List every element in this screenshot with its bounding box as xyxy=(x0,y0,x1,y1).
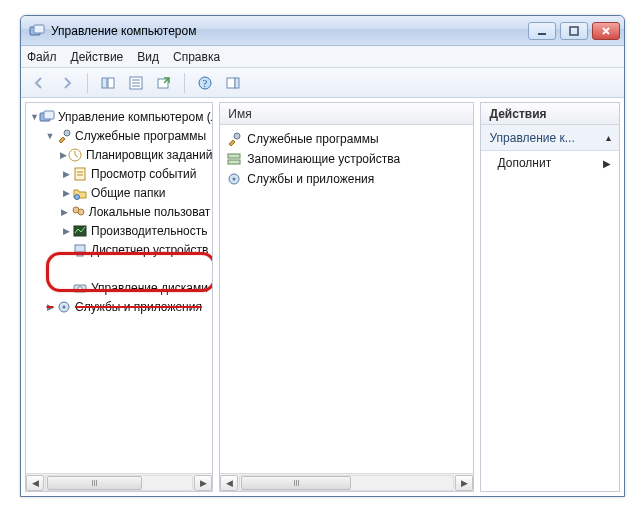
chevron-right-icon[interactable]: ▶ xyxy=(44,302,56,312)
services-icon xyxy=(226,171,242,187)
toolbar-actions-pane-button[interactable] xyxy=(221,71,245,95)
tree-label: Службы и приложения xyxy=(75,300,202,314)
actions-context-label: Управление к... xyxy=(489,131,574,145)
list-item-label: Службы и приложения xyxy=(247,172,374,186)
svg-point-36 xyxy=(233,178,236,181)
tree-root[interactable]: ▼ Управление компьютером (л xyxy=(28,107,212,126)
menu-bar: Файл Действие Вид Справка xyxy=(21,46,624,68)
tree-label: Локальные пользоват xyxy=(89,205,211,219)
svg-point-29 xyxy=(78,286,82,290)
scroll-left-button[interactable]: ◀ xyxy=(26,475,44,491)
list-column-header[interactable]: Имя xyxy=(220,103,473,125)
scroll-thumb[interactable] xyxy=(47,476,142,490)
list-item-label: Запоминающие устройства xyxy=(247,152,400,166)
chevron-right-icon[interactable]: ▶ xyxy=(60,188,72,198)
tree-task-scheduler[interactable]: ▶ Планировщик заданий xyxy=(28,145,212,164)
menu-file[interactable]: Файл xyxy=(27,50,57,64)
column-name-header[interactable]: Имя xyxy=(228,107,251,121)
titlebar: Управление компьютером xyxy=(21,16,624,46)
close-button[interactable] xyxy=(592,22,620,40)
tools-icon xyxy=(226,131,242,147)
tree-label: Производительность xyxy=(91,224,207,238)
collapse-icon[interactable]: ▴ xyxy=(606,132,611,143)
tree-local-users[interactable]: ▶ Локальные пользоват xyxy=(28,202,212,221)
list-item[interactable]: Службы и приложения xyxy=(226,169,467,189)
actions-header: Действия xyxy=(481,103,619,125)
tree-device-manager[interactable]: ▶ Диспетчер устройств xyxy=(28,240,212,259)
shared-folder-icon xyxy=(72,185,88,201)
svg-rect-27 xyxy=(77,253,83,256)
svg-point-32 xyxy=(234,133,240,139)
svg-point-22 xyxy=(75,194,80,199)
tree-services-apps[interactable]: ▶ Службы и приложения xyxy=(28,297,212,316)
toolbar-separator xyxy=(184,73,185,93)
toolbar-export-button[interactable] xyxy=(152,71,176,95)
tree-label: Просмотр событий xyxy=(91,167,196,181)
disk-icon xyxy=(72,280,88,296)
tree-label: Общие папки xyxy=(91,186,165,200)
chevron-down-icon[interactable]: ▼ xyxy=(30,112,39,122)
list-item-label: Служебные программы xyxy=(247,132,378,146)
scroll-track[interactable] xyxy=(239,475,454,491)
menu-help[interactable]: Справка xyxy=(173,50,220,64)
clock-icon xyxy=(67,147,83,163)
actions-context-title[interactable]: Управление к... ▴ xyxy=(481,125,619,151)
scroll-right-button[interactable]: ▶ xyxy=(194,475,212,491)
tree-event-viewer[interactable]: ▶ Просмотр событий xyxy=(28,164,212,183)
svg-rect-34 xyxy=(228,160,240,164)
list-item[interactable]: Запоминающие устройства xyxy=(226,149,467,169)
scroll-thumb[interactable] xyxy=(241,476,351,490)
tree-label: Управление компьютером (л xyxy=(58,110,212,124)
svg-point-17 xyxy=(64,130,70,136)
actions-more-label: Дополнит xyxy=(497,156,551,170)
svg-rect-3 xyxy=(570,27,578,35)
menu-view[interactable]: Вид xyxy=(137,50,159,64)
tree-shared-folders[interactable]: ▶ Общие папки xyxy=(28,183,212,202)
toolbar-back-button[interactable] xyxy=(27,71,51,95)
tree-disk-management[interactable]: ▶ Управление дисками xyxy=(28,278,212,297)
svg-point-31 xyxy=(63,305,66,308)
console-tree-panel: ▼ Управление компьютером (л ▼ Служебные … xyxy=(25,102,213,492)
chevron-right-icon[interactable]: ▶ xyxy=(60,150,67,160)
list-horizontal-scrollbar[interactable]: ◀ ▶ xyxy=(220,473,473,491)
console-tree[interactable]: ▼ Управление компьютером (л ▼ Служебные … xyxy=(26,103,212,473)
tree-label: Служебные программы xyxy=(75,129,206,143)
svg-point-24 xyxy=(78,209,84,215)
chevron-right-icon[interactable]: ▶ xyxy=(60,226,72,236)
window-controls xyxy=(528,22,620,40)
list-item[interactable]: Служебные программы xyxy=(226,129,467,149)
scroll-track[interactable] xyxy=(45,475,193,491)
chevron-down-icon[interactable]: ▼ xyxy=(44,131,56,141)
content-area: ▼ Управление компьютером (л ▼ Служебные … xyxy=(21,98,624,496)
actions-more-actions[interactable]: Дополнит ▶ xyxy=(481,151,619,175)
toolbar-show-hide-tree-button[interactable] xyxy=(96,71,120,95)
scroll-left-button[interactable]: ◀ xyxy=(220,475,238,491)
menu-action[interactable]: Действие xyxy=(71,50,124,64)
result-list[interactable]: Служебные программы Запоминающие устройс… xyxy=(220,125,473,473)
app-icon xyxy=(29,23,45,39)
scroll-right-button[interactable]: ▶ xyxy=(455,475,473,491)
svg-rect-16 xyxy=(44,111,54,119)
maximize-button[interactable] xyxy=(560,22,588,40)
tree-horizontal-scrollbar[interactable]: ◀ ▶ xyxy=(26,473,212,491)
chevron-right-icon[interactable]: ▶ xyxy=(60,169,72,179)
tree-label: Управление дисками xyxy=(91,281,208,295)
device-icon xyxy=(72,242,88,258)
tree-label: Планировщик заданий xyxy=(86,148,212,162)
chevron-right-icon[interactable]: ▶ xyxy=(60,207,70,217)
toolbar-properties-button[interactable] xyxy=(124,71,148,95)
tree-performance[interactable]: ▶ Производительность xyxy=(28,221,212,240)
svg-text:?: ? xyxy=(203,78,208,89)
result-list-panel: Имя Служебные программы Запоминающие уст… xyxy=(219,102,474,492)
actions-body: Управление к... ▴ Дополнит ▶ xyxy=(481,125,619,491)
tree-system-tools[interactable]: ▼ Служебные программы xyxy=(28,126,212,145)
tree-label: Диспетчер устройств xyxy=(91,243,208,257)
svg-rect-19 xyxy=(75,168,85,180)
users-icon xyxy=(70,204,86,220)
svg-rect-33 xyxy=(228,154,240,158)
svg-rect-26 xyxy=(75,245,85,252)
toolbar-forward-button[interactable] xyxy=(55,71,79,95)
minimize-button[interactable] xyxy=(528,22,556,40)
toolbar-help-button[interactable]: ? xyxy=(193,71,217,95)
svg-rect-2 xyxy=(538,33,546,35)
